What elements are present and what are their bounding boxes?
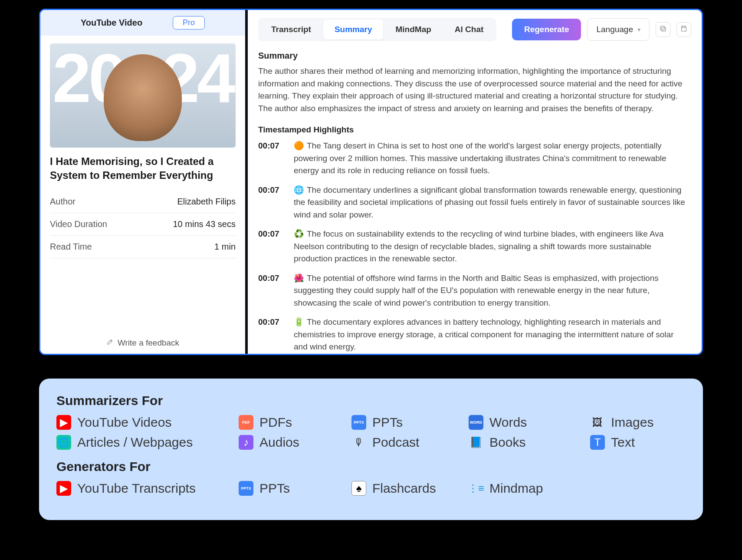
meta-value: 10 mins 43 secs xyxy=(173,219,236,229)
tool-icon: ▶ xyxy=(56,415,71,430)
tool-podcast[interactable]: 🎙Podcast xyxy=(351,435,464,450)
tool-articles-webpages[interactable]: 🌐Articles / Webpages xyxy=(56,435,234,450)
tool-label: PDFs xyxy=(259,415,292,430)
highlight-row: 00:07🔋The documentary explores advances … xyxy=(258,316,688,353)
app-window: YouTube Video Pro 20 24 I Hate Memorisin… xyxy=(39,9,703,355)
tool-ppts[interactable]: PPTXPPTs xyxy=(239,481,347,496)
tool-icon: WORD xyxy=(469,415,483,430)
topbar: TranscriptSummaryMindMapAI Chat Regenera… xyxy=(258,18,691,41)
highlight-timestamp[interactable]: 00:07 xyxy=(258,228,285,265)
regenerate-button[interactable]: Regenerate xyxy=(512,19,581,40)
main-panel: TranscriptSummaryMindMapAI Chat Regenera… xyxy=(248,10,702,354)
summary-section-title: Summary xyxy=(258,51,688,61)
meta-row: AuthorElizabeth Filips xyxy=(50,191,236,213)
highlights-section-title: Timestamped Highlights xyxy=(258,125,688,135)
tool-label: Books xyxy=(489,435,525,450)
tool-label: YouTube Transcripts xyxy=(77,481,196,496)
tool-icon: PDF xyxy=(239,415,253,430)
tool-mindmap[interactable]: ⋮≡Mindmap xyxy=(469,481,647,496)
video-title: I Hate Memorising, so I Created a System… xyxy=(40,152,245,191)
tool-words[interactable]: WORDWords xyxy=(469,415,586,430)
tab-mindmap[interactable]: MindMap xyxy=(384,20,442,40)
write-feedback-button[interactable]: Write a feedback xyxy=(40,332,245,354)
tool-icon: 🎙 xyxy=(351,435,366,450)
sidebar-title: YouTube Video xyxy=(81,18,142,28)
svg-rect-1 xyxy=(660,26,664,30)
highlight-text: 🔋The documentary explores advances in ba… xyxy=(294,316,688,353)
tool-icon: PPTX xyxy=(239,481,253,496)
tool-youtube-videos[interactable]: ▶YouTube Videos xyxy=(56,415,234,430)
video-thumbnail[interactable]: 20 24 xyxy=(50,43,236,148)
highlight-emoji-icon: 🌐 xyxy=(294,185,304,194)
tool-icon: 🖼 xyxy=(590,415,605,430)
tool-icon: ♠ xyxy=(351,481,366,496)
highlight-text: 🟠The Tang desert in China is set to host… xyxy=(294,140,688,177)
tool-label: Mindmap xyxy=(489,481,543,496)
chevron-down-icon: ▾ xyxy=(637,26,640,33)
meta-row: Video Duration10 mins 43 secs xyxy=(50,213,236,236)
tool-books[interactable]: 📘Books xyxy=(469,435,586,450)
highlight-row: 00:07🌐The documentary underlines a signi… xyxy=(258,184,688,221)
tool-label: Words xyxy=(489,415,527,430)
highlights-list: 00:07🟠The Tang desert in China is set to… xyxy=(258,140,688,353)
tool-label: Articles / Webpages xyxy=(77,435,193,450)
tool-audios[interactable]: ♪Audios xyxy=(239,435,347,450)
tools-card: Summarizers For ▶YouTube VideosPDFPDFsPP… xyxy=(39,379,703,520)
summarizers-row-2: 🌐Articles / Webpages♪Audios🎙Podcast📘Book… xyxy=(56,435,686,450)
meta-value: 1 min xyxy=(214,242,236,252)
tool-icon: ♪ xyxy=(239,435,253,450)
highlight-row: 00:07🌺The potential of offshore wind far… xyxy=(258,272,688,310)
tool-icon: ⋮≡ xyxy=(469,481,483,496)
svg-rect-0 xyxy=(662,27,666,31)
summary-body: The author shares their method of learni… xyxy=(258,65,688,115)
content-scroll[interactable]: Summary The author shares their method o… xyxy=(258,49,691,354)
tab-ai-chat[interactable]: AI Chat xyxy=(443,20,495,40)
tool-label: PPTs xyxy=(372,415,403,430)
highlight-timestamp[interactable]: 00:07 xyxy=(258,140,285,177)
tabs: TranscriptSummaryMindMapAI Chat xyxy=(258,18,496,41)
sidebar-header: YouTube Video Pro xyxy=(40,10,245,36)
meta-value: Elizabeth Filips xyxy=(177,197,236,207)
save-icon xyxy=(680,25,688,34)
tool-icon: T xyxy=(590,435,605,450)
sidebar: YouTube Video Pro 20 24 I Hate Memorisin… xyxy=(40,10,248,354)
tool-flashcards[interactable]: ♠Flashcards xyxy=(351,481,464,496)
tool-icon: 🌐 xyxy=(56,435,71,450)
edit-icon xyxy=(106,338,114,348)
highlight-timestamp[interactable]: 00:07 xyxy=(258,184,285,221)
summarizers-title: Summarizers For xyxy=(56,393,686,408)
meta-label: Author xyxy=(50,197,76,207)
highlight-emoji-icon: ♻️ xyxy=(294,229,304,238)
language-select[interactable]: Language ▾ xyxy=(587,18,650,41)
tab-transcript[interactable]: Transcript xyxy=(260,20,322,40)
tool-label: PPTs xyxy=(259,481,290,496)
save-button[interactable] xyxy=(676,22,691,37)
highlight-emoji-icon: 🔋 xyxy=(294,317,304,326)
meta-label: Read Time xyxy=(50,242,92,252)
video-meta: AuthorElizabeth FilipsVideo Duration10 m… xyxy=(40,191,245,258)
tab-summary[interactable]: Summary xyxy=(323,20,384,40)
tool-icon: PPTX xyxy=(351,415,366,430)
tool-text[interactable]: TText xyxy=(590,435,742,450)
tool-label: Text xyxy=(611,435,635,450)
copy-button[interactable] xyxy=(656,22,670,37)
thumbnail-person xyxy=(104,54,182,141)
tool-icon: ▶ xyxy=(56,481,71,496)
tool-youtube-transcripts[interactable]: ▶YouTube Transcripts xyxy=(56,481,234,496)
highlight-emoji-icon: 🌺 xyxy=(294,273,304,283)
highlight-emoji-icon: 🟠 xyxy=(294,141,304,150)
pro-badge[interactable]: Pro xyxy=(173,16,205,30)
highlight-text: 🌺The potential of offshore wind farms in… xyxy=(294,272,688,310)
tool-label: YouTube Videos xyxy=(77,415,171,430)
tool-pdfs[interactable]: PDFPDFs xyxy=(239,415,347,430)
tool-ppts[interactable]: PPTXPPTs xyxy=(351,415,464,430)
tool-label: Flashcards xyxy=(372,481,436,496)
highlight-row: 00:07♻️The focus on sustainability exten… xyxy=(258,228,688,265)
highlight-timestamp[interactable]: 00:07 xyxy=(258,316,285,353)
tool-label: Podcast xyxy=(372,435,419,450)
highlight-timestamp[interactable]: 00:07 xyxy=(258,272,285,310)
highlight-text: 🌐The documentary underlines a significan… xyxy=(294,184,688,221)
generators-title: Generators For xyxy=(56,459,686,474)
tool-images[interactable]: 🖼Images xyxy=(590,415,742,430)
copy-icon xyxy=(659,25,667,34)
